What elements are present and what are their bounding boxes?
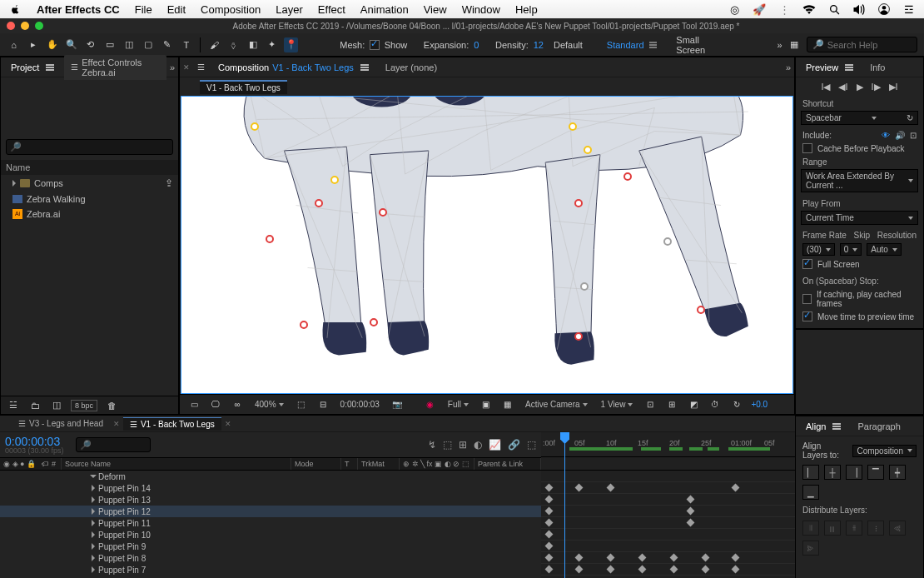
disclosure-icon[interactable] — [92, 543, 95, 550]
share-icon[interactable]: ⊡ — [643, 397, 658, 412]
prev-frame-icon[interactable]: ◀I — [838, 82, 847, 92]
camera-tool-icon[interactable]: ▭ — [102, 37, 117, 52]
search-icon[interactable] — [827, 2, 841, 16]
puppet-pin[interactable] — [584, 146, 592, 154]
help-search[interactable]: 🔎 — [807, 37, 917, 52]
layer-row[interactable]: Puppet Pin 8 — [0, 552, 541, 564]
hand-tool-icon[interactable]: ✋ — [45, 37, 59, 52]
res-icon[interactable]: ⊟ — [315, 397, 330, 412]
layer-row[interactable]: Puppet Pin 12 — [0, 506, 541, 517]
last-frame-icon[interactable]: ▶I — [889, 82, 898, 92]
menu-composition[interactable]: Composition — [201, 3, 261, 16]
bluetooth-icon[interactable]: ⋮ — [777, 2, 791, 16]
fullscreen-checkbox[interactable] — [802, 259, 812, 269]
dist-right-button[interactable]: ⫸ — [802, 541, 819, 556]
exposure-value[interactable]: +0.0 — [751, 400, 768, 409]
tab-close-icon[interactable]: ✕ — [113, 420, 120, 428]
align-top-button[interactable]: ▔ — [867, 465, 884, 480]
interpret-icon[interactable]: ☱ — [6, 398, 21, 413]
layer-row[interactable]: Puppet Pin 11 — [0, 517, 541, 529]
trash-icon[interactable]: 🗑 — [104, 398, 119, 413]
menu-layer[interactable]: Layer — [276, 3, 303, 16]
puppet-pin[interactable] — [569, 122, 577, 131]
camera-select[interactable]: Active Camera — [522, 399, 591, 410]
overlay-icon[interactable]: ⊡ — [910, 131, 917, 140]
puppet-pin[interactable] — [300, 321, 308, 329]
col-trkmat[interactable]: TrkMat — [358, 458, 400, 470]
framerate-select[interactable]: (30) — [802, 243, 835, 256]
range-select[interactable]: Work Area Extended By Current ... — [801, 169, 918, 192]
puppet-pin[interactable] — [663, 237, 672, 246]
selection-tool-icon[interactable]: ▸ — [26, 37, 40, 52]
apple-icon[interactable] — [8, 2, 22, 16]
preview-tab[interactable]: Preview — [799, 60, 860, 75]
transparency-icon[interactable]: ▦ — [500, 397, 515, 412]
disclosure-icon[interactable] — [12, 180, 16, 187]
zoom-tool-icon[interactable]: 🔍 — [64, 37, 78, 52]
disclosure-icon[interactable] — [92, 520, 95, 526]
disclosure-icon[interactable] — [92, 555, 95, 561]
menu-help[interactable]: Help — [515, 3, 538, 16]
puppet-pin[interactable] — [580, 282, 589, 291]
timeline-graph[interactable]: :00f 05f 10f 15f 20f 25f 01:00f 05f — [541, 432, 795, 578]
dist-vcenter-button[interactable]: ⫼ — [824, 521, 841, 536]
project-tab[interactable]: Project — [4, 60, 61, 75]
rocket-icon[interactable]: 🚀 — [753, 2, 766, 16]
type-tool-icon[interactable]: T — [179, 37, 193, 52]
skip-select[interactable]: 0 — [840, 243, 862, 256]
align-right-button[interactable]: ▕ — [846, 465, 862, 480]
disclosure-icon[interactable] — [90, 475, 97, 478]
puppet-pin[interactable] — [574, 332, 583, 341]
panel-overflow-icon[interactable]: » — [786, 62, 791, 72]
time-ruler[interactable]: :00f 05f 10f 15f 20f 25f 01:00f 05f — [541, 432, 795, 457]
close-window-button[interactable] — [7, 22, 15, 30]
anchor-tool-icon[interactable]: ◫ — [122, 37, 136, 52]
cache-checkbox[interactable] — [802, 143, 812, 153]
layer-tab[interactable]: Layer (none) — [379, 60, 444, 75]
puppet-pin[interactable] — [251, 122, 259, 131]
shape-tool-icon[interactable]: ▢ — [141, 37, 155, 52]
puppet-tool-icon[interactable]: 📍 — [284, 37, 298, 52]
project-col-name[interactable]: Name — [1, 160, 178, 175]
puppet-pin[interactable] — [574, 199, 583, 207]
layer-row[interactable]: Puppet Pin 13 — [0, 494, 541, 506]
volume-icon[interactable] — [852, 2, 866, 16]
workspace-small[interactable]: Small Screen — [676, 35, 728, 55]
menu-edit[interactable]: Edit — [167, 3, 186, 16]
composition-tab[interactable]: Composition V1 - Back Two Legs — [211, 60, 375, 75]
first-frame-icon[interactable]: I◀ — [821, 82, 830, 92]
project-search[interactable]: 🔎 — [6, 139, 173, 155]
audio-icon[interactable]: 🔊 — [895, 131, 905, 140]
composition-viewport[interactable] — [181, 96, 793, 394]
layer-row[interactable]: Puppet Pin 10 — [0, 529, 541, 541]
motion-blur-icon[interactable]: ◐ — [474, 439, 482, 451]
display-icon[interactable]: 🖵 — [208, 397, 223, 412]
user-icon[interactable] — [877, 2, 891, 16]
roi-icon[interactable]: ▣ — [479, 397, 494, 412]
attach-icon[interactable]: 🔗 — [508, 439, 520, 451]
panel-close-icon[interactable]: ✕ — [183, 63, 190, 72]
menu-effect[interactable]: Effect — [318, 3, 345, 16]
layer-row[interactable]: Puppet Pin 7 — [0, 564, 541, 576]
cc-icon[interactable]: ◎ — [728, 2, 741, 16]
views-select[interactable]: 1 View — [598, 399, 637, 410]
menu-view[interactable]: View — [424, 3, 447, 16]
zoom-select[interactable]: 400% — [251, 399, 287, 410]
tab-close-icon[interactable]: ✕ — [225, 420, 231, 428]
timeline-search[interactable]: 🔎 — [76, 437, 151, 452]
eraser-tool-icon[interactable]: ◧ — [246, 37, 260, 52]
puppet-pin[interactable] — [370, 318, 378, 326]
play-icon[interactable]: ▶ — [857, 82, 863, 92]
align-bottom-button[interactable]: ▁ — [802, 485, 819, 500]
col-parent[interactable]: Parent & Link — [474, 458, 541, 470]
menu-icon[interactable]: ☲ — [902, 2, 916, 16]
comp-breadcrumb[interactable]: V1 - Back Two Legs — [200, 80, 287, 94]
puppet-pin[interactable] — [379, 208, 387, 217]
wifi-icon[interactable] — [802, 2, 816, 16]
aa-icon[interactable]: ⬚ — [527, 439, 536, 451]
dist-left-button[interactable]: ⫶ — [867, 521, 884, 536]
col-t[interactable]: T — [341, 458, 358, 470]
resolution-select[interactable]: Full — [445, 399, 472, 410]
project-item-comp[interactable]: Zebra Walking — [1, 192, 178, 207]
magnify-icon[interactable]: ▭ — [186, 397, 201, 412]
